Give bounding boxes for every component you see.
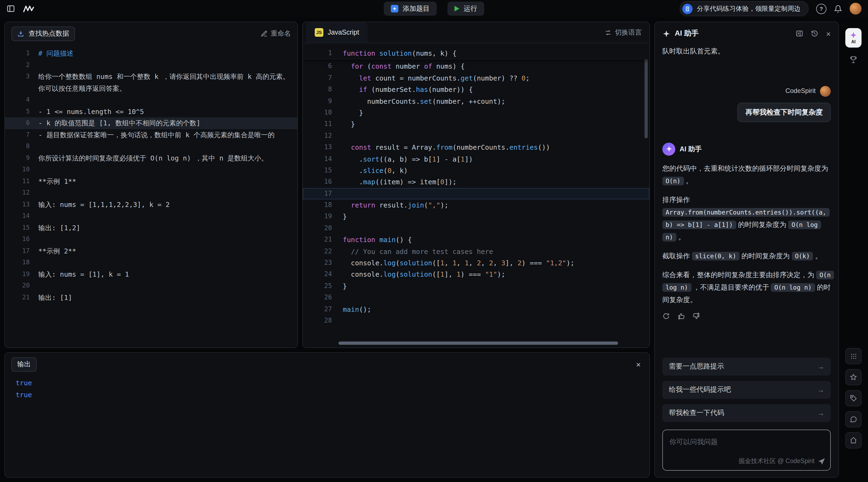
code-line[interactable]: 12 [303,130,649,142]
user-avatar-small [820,86,831,97]
topbar: + 添加题目 运行 分享代码练习体验，领限量定制周边 ? [0,0,868,17]
history-icon[interactable] [811,30,818,37]
code-line[interactable]: 25} [303,280,649,292]
suggestion-button[interactable]: 需要一点思路提示→ [662,358,831,375]
trophy-icon[interactable] [849,55,858,64]
problem-line[interactable]: 4 [5,94,298,106]
user-avatar[interactable] [850,3,862,15]
code-line[interactable]: 1function solution(nums, k) { [303,48,649,60]
line-number: 2 [5,59,38,71]
send-icon[interactable] [817,457,826,465]
help-icon[interactable]: ? [816,3,827,14]
code-line[interactable]: 22 // You can add more test cases here [303,246,649,257]
line-number: 8 [5,141,38,152]
code-line-text: } [343,107,363,119]
code-line[interactable]: 28 [303,315,649,327]
code-line[interactable]: 19} [303,211,649,223]
tab-javascript[interactable]: JS JavaScript [306,22,368,43]
code-line[interactable]: 24 console.log(solution([1], 1) === "1")… [303,269,649,280]
horizontal-scrollbar[interactable] [338,341,618,345]
problem-line[interactable]: 9你所设计算法的时间复杂度必须优于 O(n log n) ，其中 n 是数组大小… [5,152,298,164]
code-line[interactable]: 26 [303,292,649,304]
ai-chat-input[interactable]: 你可以问我问题 掘金技术社区 @ CodeSpirit [662,430,831,471]
suggestion-label: 给我一些代码提示吧 [669,385,731,394]
input-footer-text: 掘金技术社区 @ CodeSpirit [739,456,814,467]
code-line[interactable]: 15 .slice(0, k) [303,165,649,176]
problem-line[interactable]: 10 [5,164,298,175]
ai-assistant-button[interactable]: AI [845,28,862,48]
problem-line[interactable]: 8 [5,141,298,152]
code-line[interactable]: 23 console.log(solution([1, 1, 1, 2, 2, … [303,257,649,269]
home-icon[interactable] [845,432,862,449]
right-toolbar: AI [843,22,864,478]
code-line[interactable]: 9 numberCounts.set(number, ++count); [303,95,649,107]
code-line[interactable]: 13 const result = Array.from(numberCount… [303,142,649,153]
problem-line[interactable]: 11**示例 1** [5,175,298,187]
problem-line[interactable]: 2 [5,59,298,71]
switch-language-button[interactable]: 切换语言 [604,28,642,37]
problem-line[interactable]: 16 [5,233,298,245]
panel-toggle-icon[interactable] [6,4,15,13]
close-output-icon[interactable]: × [636,361,641,369]
problem-editor[interactable]: 1# 问题描述23给你一个整数数组 nums 和一个整数 k ，请你返回其中出现… [5,46,298,347]
problem-line[interactable]: 20 [5,280,298,291]
add-problem-button[interactable]: + 添加题目 [384,2,437,16]
problem-line[interactable]: 6- k 的取值范围是 [1, 数组中不相同的元素的个数] [5,117,298,129]
thumbs-up-icon[interactable] [677,312,685,320]
code-line[interactable]: 10 } [303,107,649,119]
problem-line-text: - k 的取值范围是 [1, 数组中不相同的元素的个数] [38,117,298,129]
problem-line[interactable]: 1# 问题描述 [5,48,298,59]
promo-banner[interactable]: 分享代码练习体验，领限量定制周边 [680,1,809,16]
code-line[interactable]: 20 [303,223,649,234]
vertical-scrollbar[interactable] [645,49,648,138]
close-ai-icon[interactable]: × [826,29,831,37]
line-number: 3 [5,71,38,94]
problem-line[interactable]: 3给你一个整数数组 nums 和一个整数 k ，请你返回其中出现频率前 k 高的… [5,71,298,94]
apps-grid-icon[interactable] [845,348,862,364]
switch-language-label: 切换语言 [615,28,642,37]
notifications-icon[interactable] [834,5,842,13]
code-line-text: main(); [343,304,371,315]
ai-conversation[interactable]: 队时取出队首元素。 CodeSpirit 再帮我检查下时间复杂度 AI 助手 您… [655,43,838,477]
problem-line[interactable]: 15输出: [1,2] [5,222,298,233]
suggestion-button[interactable]: 给我一些代码提示吧→ [662,381,831,399]
line-number: 15 [303,165,343,176]
tag-icon[interactable] [845,390,862,406]
code-editor[interactable]: 1function solution(nums, k) {6 for (cons… [303,43,649,347]
problem-line[interactable]: 13输入: nums = [1,1,1,2,2,3], k = 2 [5,199,298,210]
rename-button[interactable]: 重命名 [260,29,291,38]
code-line[interactable]: 16 .map((item) => item[0]); [303,176,649,188]
code-line[interactable]: 14 .sort((a, b) => b[1] - a[1]) [303,153,649,165]
problem-line[interactable]: 12 [5,187,298,199]
code-line[interactable]: 7 let count = numberCounts.get(number) ?… [303,73,649,84]
suggestion-button[interactable]: 帮我检查一下代码→ [662,404,831,422]
run-button[interactable]: 运行 [447,2,484,16]
problem-title-box[interactable]: 查找热点数据 [11,26,75,41]
thumbs-down-icon[interactable] [692,312,700,320]
code-line[interactable]: 11 } [303,119,649,130]
problem-line-text [38,59,298,71]
problem-line[interactable]: 5- 1 <= nums.length <= 10^5 [5,106,298,117]
problem-line[interactable]: 17**示例 2** [5,245,298,257]
code-line[interactable]: 18 return result.join(","); [303,199,649,211]
code-line[interactable]: 17 [303,188,649,199]
inline-code: O(n) [662,177,684,185]
code-line[interactable]: 21function main() { [303,234,649,246]
regenerate-icon[interactable] [662,312,670,320]
problem-line[interactable]: 14 [5,210,298,222]
code-line[interactable]: 8 if (numberSet.has(number)) { [303,84,649,95]
run-label: 运行 [464,4,477,13]
code-line[interactable]: 6 for (const number of nums) { [303,61,649,73]
problem-line[interactable]: 19输入: nums = [1], k = 1 [5,268,298,280]
code-line[interactable]: 27main(); [303,304,649,315]
code-line-text: } [343,119,355,130]
problem-line[interactable]: 7- 题目数据保证答案唯一，换句话说，数组中前 k 个高频元素的集合是唯一的 [5,129,298,141]
problem-line[interactable]: 21输出: [1] [5,291,298,303]
problem-line[interactable]: 18 [5,257,298,268]
open-panel-icon[interactable] [796,30,803,37]
favorite-star-icon[interactable] [845,369,862,385]
app-logo-icon[interactable] [23,5,35,13]
line-number: 6 [5,117,38,129]
comment-icon[interactable] [845,411,862,427]
code-line-text: .sort((a, b) => b[1] - a[1]) [343,153,473,165]
